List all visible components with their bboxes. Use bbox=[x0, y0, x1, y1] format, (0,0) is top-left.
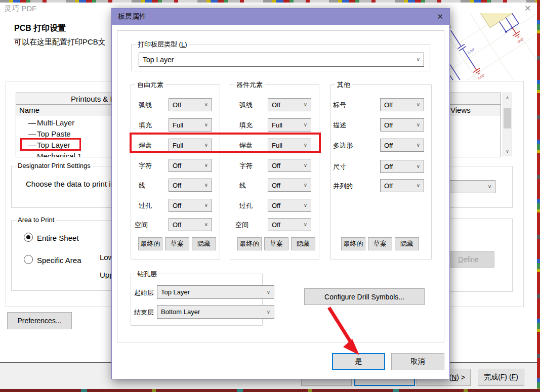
layer-row-mechanical-1[interactable]: —Mechanical 1 bbox=[28, 152, 81, 157]
comp-fills-select[interactable]: Full∨ bbox=[268, 118, 311, 132]
comp-vias-select[interactable]: Off∨ bbox=[268, 199, 311, 212]
free-fills-label: 填充 bbox=[139, 121, 152, 130]
comp-draft-button[interactable]: 草案 bbox=[264, 237, 288, 250]
chevron-down-icon: ∨ bbox=[204, 222, 208, 227]
free-fills-select[interactable]: Full∨ bbox=[169, 118, 212, 132]
comp-arcs-select[interactable]: Off∨ bbox=[268, 98, 311, 111]
svg-text:GND: GND bbox=[478, 73, 485, 80]
chevron-down-icon: ∨ bbox=[304, 122, 307, 127]
free-strings-select[interactable]: Off∨ bbox=[169, 159, 212, 172]
comp-hide-button[interactable]: 隐藏 bbox=[291, 237, 315, 250]
other-comments-select[interactable]: Off∨ bbox=[380, 118, 424, 132]
page-subtitle: 可以在这里配置打印PCB文 bbox=[14, 37, 106, 47]
cancel-button[interactable]: 取消 bbox=[391, 353, 444, 370]
define-button[interactable]: Define bbox=[442, 251, 494, 268]
other-final-button[interactable]: 最终的 bbox=[341, 237, 365, 250]
annotation-highlight-top-layer bbox=[20, 138, 81, 151]
layer-type-label: 打印板层类型 (L) bbox=[136, 40, 189, 49]
drill-layers-group: 钻孔层 起始层 Top Layer∨ 结束层 Bottom Layer∨ bbox=[131, 274, 263, 326]
list-scrollbar[interactable]: ∧ ∨ bbox=[503, 93, 512, 156]
layer-row-multi-layer[interactable]: —Multi-Layer bbox=[28, 118, 74, 127]
scroll-down-icon[interactable]: ∨ bbox=[503, 149, 512, 154]
drill-layers-title: 钻孔层 bbox=[135, 270, 159, 279]
chevron-down-icon: ∨ bbox=[304, 183, 307, 188]
area-to-print-title: Area to Print bbox=[16, 216, 56, 224]
annotation-highlight-pads bbox=[130, 133, 321, 153]
other-dimensions-select[interactable]: Off∨ bbox=[380, 160, 424, 173]
free-final-button[interactable]: 最终的 bbox=[138, 237, 162, 250]
free-tracks-select[interactable]: Off∨ bbox=[169, 179, 212, 192]
comp-tracks-select[interactable]: Off∨ bbox=[268, 179, 311, 192]
comp-fills-label: 填充 bbox=[239, 121, 253, 130]
other-hide-button[interactable]: 隐藏 bbox=[395, 237, 419, 250]
chevron-down-icon: ∨ bbox=[488, 184, 491, 189]
entire-sheet-radio[interactable] bbox=[24, 233, 33, 242]
comp-arcs-label: 弧线 bbox=[239, 101, 253, 110]
name-column-header: Name bbox=[19, 106, 39, 114]
svg-text:0.1uF: 0.1uF bbox=[467, 48, 475, 55]
free-hide-button[interactable]: 隐藏 bbox=[192, 237, 216, 250]
chevron-down-icon: ∨ bbox=[204, 183, 208, 188]
comp-rooms-label: 空间 bbox=[235, 221, 248, 230]
free-rooms-select[interactable]: Off∨ bbox=[169, 218, 212, 231]
comp-strings-label: 字符 bbox=[239, 161, 253, 170]
layer-row-top-paste[interactable]: —Top Paste bbox=[28, 129, 71, 138]
comp-final-button[interactable]: 最终的 bbox=[237, 237, 262, 250]
other-coordinates-label: 并列的 bbox=[333, 182, 353, 191]
other-designators-label: 标号 bbox=[333, 101, 346, 110]
scroll-up-icon[interactable]: ∧ bbox=[503, 95, 512, 100]
chevron-down-icon: ∨ bbox=[417, 143, 420, 148]
free-elements-title: 自由元素 bbox=[135, 80, 165, 90]
free-arcs-label: 弧线 bbox=[139, 101, 152, 110]
screen: 灵巧 PDF ✕ bbox=[0, 0, 540, 392]
free-vias-label: 过孔 bbox=[139, 201, 152, 210]
chevron-down-icon: ∨ bbox=[304, 163, 307, 168]
designator-hint: Choose the data to print in bbox=[26, 180, 115, 188]
layer-type-value: Top Layer bbox=[143, 56, 174, 64]
other-polygons-label: 多边形 bbox=[333, 141, 353, 150]
annotation-arrow bbox=[318, 299, 368, 360]
free-vias-select[interactable]: Off∨ bbox=[169, 199, 212, 212]
free-mode-buttons: 最终的 草案 隐藏 bbox=[138, 237, 216, 250]
other-dimensions-label: 尺寸 bbox=[333, 162, 346, 171]
other-polygons-select[interactable]: Off∨ bbox=[380, 139, 424, 152]
chevron-down-icon: ∨ bbox=[417, 183, 420, 188]
layer-type-select[interactable]: Top Layer ∨ bbox=[139, 53, 424, 67]
other-draft-button[interactable]: 草案 bbox=[368, 237, 392, 250]
drill-end-select[interactable]: Bottom Layer∨ bbox=[157, 305, 274, 319]
dialog-close-icon[interactable]: ✕ bbox=[437, 12, 443, 21]
pcb-edge-right bbox=[537, 0, 540, 392]
component-elements-title: 器件元素 bbox=[234, 80, 265, 90]
comp-strings-select[interactable]: Off∨ bbox=[268, 159, 311, 172]
collapse-icon: — bbox=[28, 118, 36, 127]
other-elements-title: 其他 bbox=[335, 80, 352, 90]
chevron-down-icon: ∨ bbox=[204, 102, 208, 107]
window-close-icon[interactable]: ✕ bbox=[524, 4, 531, 13]
chevron-down-icon: ∨ bbox=[267, 290, 270, 295]
comp-mode-buttons: 最终的 草案 隐藏 bbox=[237, 237, 315, 250]
chevron-down-icon: ∨ bbox=[417, 164, 420, 169]
dialog-title: 板层属性 bbox=[118, 12, 146, 21]
preferences-button[interactable]: Preferences... bbox=[7, 312, 72, 329]
finish-button[interactable]: 完成(F) (F) bbox=[478, 369, 524, 386]
chevron-down-icon: ∨ bbox=[204, 203, 208, 208]
free-draft-button[interactable]: 草案 bbox=[165, 237, 189, 250]
chevron-down-icon: ∨ bbox=[204, 122, 208, 127]
dialog-titlebar[interactable]: 板层属性 ✕ bbox=[112, 9, 449, 25]
views-column-header: Views bbox=[450, 106, 471, 114]
comp-rooms-select[interactable]: Off∨ bbox=[268, 218, 311, 231]
specific-area-radio[interactable] bbox=[24, 255, 33, 264]
other-designators-select[interactable]: Off∨ bbox=[380, 98, 424, 111]
layer-properties-dialog: 板层属性 ✕ 打印板层类型 (L) Top Layer ∨ 自由元素 弧线 Of… bbox=[111, 8, 450, 379]
scroll-thumb[interactable] bbox=[504, 108, 511, 128]
drill-start-label: 起始层 bbox=[134, 288, 154, 297]
free-tracks-label: 线 bbox=[139, 181, 145, 190]
free-arcs-select[interactable]: Off∨ bbox=[169, 98, 212, 111]
free-rooms-label: 空间 bbox=[135, 221, 148, 230]
pcb-edge-bottom bbox=[0, 389, 540, 392]
collapse-icon: — bbox=[28, 129, 36, 138]
other-mode-buttons: 最终的 草案 隐藏 bbox=[341, 237, 419, 250]
free-strings-label: 字符 bbox=[139, 161, 152, 170]
other-coordinates-select[interactable]: Off∨ bbox=[380, 179, 424, 192]
drill-start-select[interactable]: Top Layer∨ bbox=[157, 285, 274, 299]
